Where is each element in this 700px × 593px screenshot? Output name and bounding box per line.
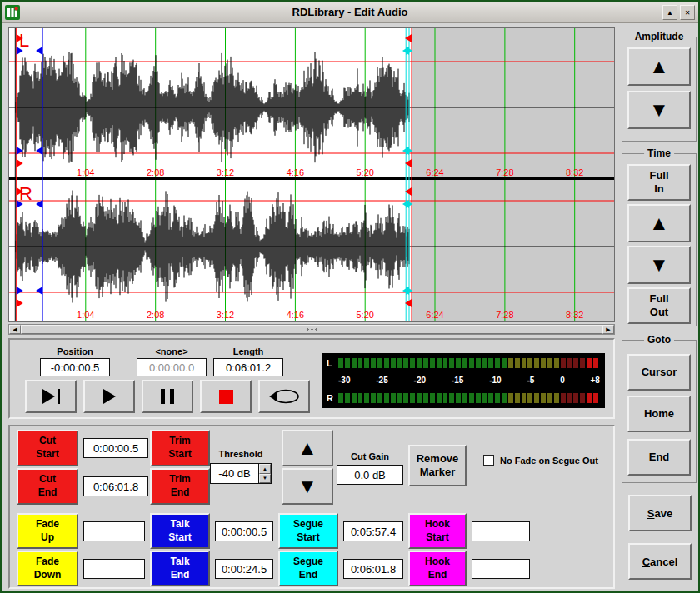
cut-gain-up-button[interactable]: ▲	[282, 430, 333, 466]
meter-left-label: L	[327, 358, 338, 368]
svg-text:3:12: 3:12	[217, 310, 234, 320]
svg-text:6:24: 6:24	[426, 167, 443, 177]
play-from-start-icon	[42, 389, 60, 404]
fade-down-field[interactable]	[83, 559, 145, 579]
talk-end-field[interactable]: 0:00:24.5	[215, 559, 273, 579]
position-field: -0:00:00.5	[40, 358, 110, 376]
goto-group: Goto Cursor Home End	[622, 340, 697, 483]
edit-audio-dialog: RDLibrary - Edit Audio ▲ ✕ 1:042:083:124…	[0, 0, 700, 593]
save-button-label: Save	[648, 507, 672, 520]
trim-end-button[interactable]: Trim End	[150, 468, 210, 505]
hook-start-field[interactable]	[472, 521, 530, 541]
cut-end-field[interactable]: 0:06:01.8	[83, 476, 148, 496]
cut-gain-field[interactable]: 0.0 dB	[337, 465, 403, 485]
amplitude-group: Amplitude ▲ ▼	[622, 37, 697, 142]
goto-group-title: Goto	[644, 334, 674, 346]
pause-icon	[158, 389, 177, 404]
audio-meter: L -30-25-20-15-10-50+8 R	[322, 353, 605, 408]
amplitude-up-button[interactable]: ▲	[628, 47, 691, 86]
cut-start-field[interactable]: 0:00:00.5	[83, 438, 148, 458]
fade-up-field[interactable]	[83, 521, 145, 541]
marker-panel: Cut Start 0:00:00.5 Cut End 0:06:01.8 Tr…	[8, 425, 615, 589]
svg-text:8:32: 8:32	[566, 310, 583, 320]
svg-text:3:12: 3:12	[217, 167, 234, 177]
svg-text:1:04: 1:04	[77, 310, 94, 320]
svg-text:4:16: 4:16	[287, 310, 304, 320]
svg-text:7:28: 7:28	[496, 167, 513, 177]
right-channel-label: R	[19, 185, 32, 203]
trim-start-button[interactable]: Trim Start	[150, 430, 210, 466]
time-full-in-button[interactable]: Full In	[628, 164, 691, 201]
left-channel-label: L	[19, 32, 29, 50]
segue-start-button[interactable]: Segue Start	[278, 513, 338, 549]
svg-text:7:28: 7:28	[496, 310, 513, 320]
cut-gain-down-button[interactable]: ▼	[282, 468, 333, 505]
no-fade-checkbox[interactable]	[483, 455, 494, 466]
stop-icon	[219, 390, 233, 404]
waveform-display[interactable]: 1:042:083:124:165:206:247:288:321:042:08…	[8, 27, 615, 322]
no-fade-label: No Fade on Segue Out	[500, 456, 598, 466]
talk-start-button[interactable]: Talk Start	[150, 513, 210, 549]
cancel-button[interactable]: Cancel	[628, 543, 692, 580]
hook-end-button[interactable]: Hook End	[408, 551, 467, 586]
time-full-out-button[interactable]: Full Out	[628, 287, 691, 324]
segue-end-field[interactable]: 0:06:01.8	[343, 559, 403, 579]
threshold-value[interactable]: -40 dB	[211, 464, 258, 483]
amplitude-down-button[interactable]: ▼	[628, 91, 691, 129]
loop-icon	[267, 387, 302, 406]
talk-start-field[interactable]: 0:00:00.5	[215, 521, 273, 541]
goto-end-button[interactable]: End	[628, 439, 691, 476]
time-zoom-out-button[interactable]: ▼	[628, 246, 691, 284]
down-arrow-icon: ▼	[649, 100, 669, 120]
threshold-spinbox[interactable]: -40 dB ▲ ▼	[210, 463, 272, 484]
meter-right-segments	[338, 393, 600, 403]
time-zoom-in-button[interactable]: ▲	[628, 204, 691, 242]
save-button[interactable]: Save	[628, 495, 692, 531]
app-icon	[5, 5, 20, 20]
time-group: Time Full In ▲ ▼ Full Out	[622, 153, 697, 326]
goto-home-button[interactable]: Home	[628, 396, 691, 432]
waveform-scrollbar[interactable]: ◀ ▶	[8, 324, 615, 335]
scrollbar-track[interactable]	[21, 325, 602, 334]
up-arrow-icon: ▲	[649, 213, 669, 233]
play-button[interactable]	[83, 380, 135, 413]
scroll-right-button[interactable]: ▶	[602, 325, 614, 334]
goto-cursor-button[interactable]: Cursor	[628, 354, 691, 391]
hook-start-button[interactable]: Hook Start	[408, 513, 467, 549]
cut-end-button[interactable]: Cut End	[17, 468, 78, 505]
pause-button[interactable]	[142, 380, 193, 413]
svg-text:2:08: 2:08	[147, 310, 164, 320]
titlebar[interactable]: RDLibrary - Edit Audio ▲ ✕	[2, 2, 698, 23]
marker-readout-field: 0:00:00.0	[137, 358, 207, 376]
svg-text:2:08: 2:08	[147, 167, 164, 177]
remove-marker-button[interactable]: Remove Marker	[408, 445, 467, 486]
meter-left-segments	[338, 358, 600, 368]
up-arrow-icon: ▲	[649, 57, 669, 77]
scroll-left-button[interactable]: ◀	[9, 325, 21, 334]
svg-text:4:16: 4:16	[287, 167, 304, 177]
cut-start-button[interactable]: Cut Start	[17, 430, 78, 466]
svg-text:8:32: 8:32	[566, 167, 583, 177]
segue-start-field[interactable]: 0:05:57.4	[343, 521, 403, 541]
fade-up-button[interactable]: Fade Up	[17, 513, 78, 549]
length-label: Length	[213, 346, 283, 356]
transport-panel: Position -0:00:00.5 <none> 0:00:00.0 Len…	[8, 338, 615, 419]
fade-down-button[interactable]: Fade Down	[17, 551, 78, 586]
threshold-spin-down-button[interactable]: ▼	[259, 474, 271, 484]
down-arrow-icon: ▼	[649, 255, 669, 275]
svg-text:1:04: 1:04	[77, 167, 94, 177]
segue-end-button[interactable]: Segue End	[278, 551, 338, 586]
marker-readout-label: <none>	[137, 346, 207, 356]
position-label: Position	[40, 346, 110, 356]
shade-window-button[interactable]: ▲	[662, 5, 678, 20]
scrollbar-thumb[interactable]	[21, 325, 602, 334]
svg-text:6:24: 6:24	[426, 310, 443, 320]
threshold-spin-up-button[interactable]: ▲	[259, 464, 271, 474]
talk-end-button[interactable]: Talk End	[150, 551, 210, 586]
close-window-button[interactable]: ✕	[680, 5, 695, 20]
play-from-start-button[interactable]	[25, 380, 77, 413]
stop-button[interactable]	[200, 380, 252, 413]
time-group-title: Time	[644, 147, 674, 159]
hook-end-field[interactable]	[472, 559, 530, 579]
loop-button[interactable]	[258, 380, 310, 413]
